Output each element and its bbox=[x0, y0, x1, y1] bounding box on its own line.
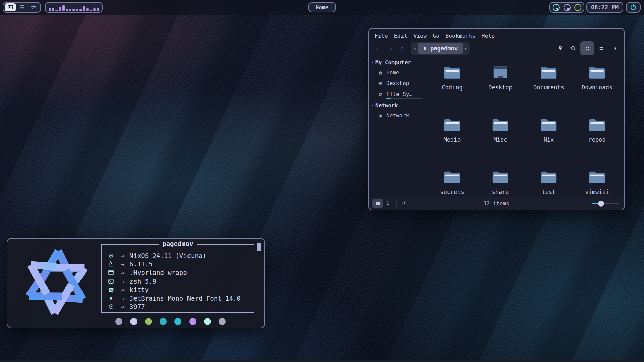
folder-item-secrets[interactable]: secrets bbox=[428, 166, 476, 219]
folder-item-repos[interactable]: repos bbox=[573, 114, 621, 166]
wm-icon bbox=[106, 269, 116, 276]
fetch-row-nixos: ❄→NixOS 24.11 (Vicuna) bbox=[106, 251, 254, 260]
workspace-2[interactable] bbox=[17, 3, 28, 11]
sidebar-section-network[interactable]: ▾Network bbox=[369, 100, 425, 111]
palette-color-2 bbox=[145, 318, 152, 325]
items-count: 12 items bbox=[483, 200, 509, 207]
folder-item-desktop[interactable]: Desktop bbox=[476, 62, 525, 114]
folder-icon bbox=[491, 170, 509, 185]
folder-item-vimwiki[interactable]: vimwiki bbox=[573, 166, 621, 219]
sidebar-section-label: Network bbox=[375, 102, 398, 109]
folder-item-documents[interactable]: Documents bbox=[525, 62, 573, 114]
sidebar-item-network[interactable]: Network bbox=[369, 111, 425, 121]
view-detail-button[interactable] bbox=[608, 43, 620, 54]
palette-color-0 bbox=[115, 318, 122, 325]
arrow-glyph: → bbox=[116, 286, 129, 293]
forward-button[interactable]: → bbox=[385, 43, 395, 53]
zoom-slider[interactable] bbox=[592, 201, 619, 207]
nav-buttons: ←→↑ bbox=[373, 43, 407, 53]
menu-bookmarks[interactable]: Bookmarks bbox=[442, 33, 478, 39]
folder-item-share[interactable]: share bbox=[476, 166, 525, 219]
fetch-hostname: pagedmov bbox=[159, 240, 197, 247]
path-scroll-right-icon[interactable]: ▸ bbox=[463, 46, 469, 51]
shell-icon bbox=[106, 278, 116, 285]
folder-item-test[interactable]: test bbox=[525, 166, 573, 219]
path-bar: ◂ pagedmov ▸ bbox=[411, 42, 470, 55]
palette-color-3 bbox=[160, 318, 167, 325]
menu-file[interactable]: File bbox=[372, 33, 391, 39]
fastfetch-panel: pagedmov ❄→NixOS 24.11 (Vicuna)→6.11.5→.… bbox=[101, 244, 254, 313]
view-compact-button[interactable] bbox=[596, 43, 607, 54]
view-grid-button[interactable] bbox=[580, 41, 594, 55]
desktop-icon bbox=[491, 65, 509, 80]
sidebar-item-desktop[interactable]: Desktop bbox=[369, 78, 425, 89]
packages-icon bbox=[106, 304, 116, 310]
sidebar-item-filesy[interactable]: File Sy… bbox=[369, 89, 425, 100]
path-scroll-left-icon[interactable]: ◂ bbox=[412, 46, 418, 51]
folder-item-coding[interactable]: Coding bbox=[428, 62, 476, 114]
view-tools bbox=[555, 41, 620, 55]
folder-label: Nix bbox=[544, 136, 554, 143]
show-tree-button[interactable] bbox=[383, 199, 394, 208]
folder-icon bbox=[540, 117, 558, 132]
search-button[interactable] bbox=[568, 43, 579, 54]
workspace-1[interactable] bbox=[5, 3, 16, 11]
folder-item-downloads[interactable]: Downloads bbox=[573, 62, 621, 114]
location-button[interactable] bbox=[555, 43, 566, 54]
folder-icon bbox=[540, 65, 558, 80]
workspace-switcher[interactable] bbox=[3, 2, 41, 13]
toggle-sidepane-button[interactable] bbox=[399, 199, 410, 208]
zoom-slider-track[interactable] bbox=[592, 203, 619, 204]
sidebar-item-home[interactable]: Home bbox=[369, 68, 425, 78]
active-window-button[interactable]: Home bbox=[308, 2, 336, 12]
viz-bar-3 bbox=[59, 7, 61, 11]
show-folders-button[interactable] bbox=[372, 199, 383, 208]
power-button[interactable] bbox=[626, 2, 641, 13]
folder-grid: CodingDesktopDocumentsDownloadsMediaMisc… bbox=[425, 56, 624, 197]
up-button[interactable]: ↑ bbox=[397, 43, 407, 53]
fetch-value: kitty bbox=[129, 286, 149, 293]
folder-item-nix[interactable]: Nix bbox=[525, 114, 573, 166]
visualizer-bars bbox=[49, 4, 99, 11]
fetch-value: .Hyprland-wrapp bbox=[129, 269, 187, 276]
folder-label: Media bbox=[443, 136, 461, 143]
current-path-button[interactable]: pagedmov bbox=[418, 43, 463, 54]
menu-view[interactable]: View bbox=[411, 33, 430, 39]
sidebar-item-label: Network bbox=[386, 112, 422, 120]
viz-bar-9 bbox=[79, 9, 82, 11]
terminal-color-palette bbox=[94, 318, 247, 325]
home-icon bbox=[422, 46, 428, 51]
viz-bar-4 bbox=[62, 5, 65, 11]
nixos-icon: ❄ bbox=[106, 252, 116, 259]
menu-go[interactable]: Go bbox=[430, 33, 442, 39]
palette-color-7 bbox=[219, 318, 226, 325]
clock[interactable]: 08:22 PM bbox=[586, 2, 623, 13]
folder-label: Downloads bbox=[582, 84, 612, 91]
arrow-glyph: → bbox=[116, 303, 129, 310]
folder-icon bbox=[588, 65, 606, 80]
file-manager-body: ▾My ComputerHomeDesktopFile Sy…▾NetworkN… bbox=[369, 56, 624, 197]
system-gauges[interactable] bbox=[549, 2, 584, 13]
folder-item-media[interactable]: Media bbox=[428, 114, 476, 166]
viz-bar-5 bbox=[66, 9, 68, 11]
folder-icon bbox=[588, 170, 606, 185]
home-icon bbox=[378, 70, 383, 76]
linux-icon bbox=[106, 261, 116, 267]
top-bar: Home 08:22 PM bbox=[0, 0, 644, 15]
viz-bar-1 bbox=[52, 8, 54, 11]
zoom-slider-handle[interactable] bbox=[598, 201, 604, 207]
file-manager-window: FileEditViewGoBookmarksHelp ←→↑ ◂ pagedm… bbox=[368, 28, 625, 210]
audio-visualizer[interactable] bbox=[45, 2, 103, 13]
sidebar-item-label: File Sy… bbox=[386, 90, 422, 99]
status-toggles bbox=[372, 199, 410, 208]
menu-edit[interactable]: Edit bbox=[391, 33, 411, 39]
toolbar: ←→↑ ◂ pagedmov ▸ bbox=[369, 40, 624, 56]
font-icon: A bbox=[106, 295, 116, 302]
menu-help[interactable]: Help bbox=[479, 33, 498, 39]
back-button[interactable]: ← bbox=[373, 43, 383, 53]
sidebar-section-my-computer[interactable]: ▾My Computer bbox=[369, 57, 425, 68]
fetch-row-font: A→JetBrains Mono Nerd Font 14.0 bbox=[106, 294, 254, 302]
workspace-3[interactable] bbox=[28, 3, 39, 11]
status-bar: 12 items bbox=[369, 197, 624, 210]
folder-item-misc[interactable]: Misc bbox=[476, 114, 525, 166]
